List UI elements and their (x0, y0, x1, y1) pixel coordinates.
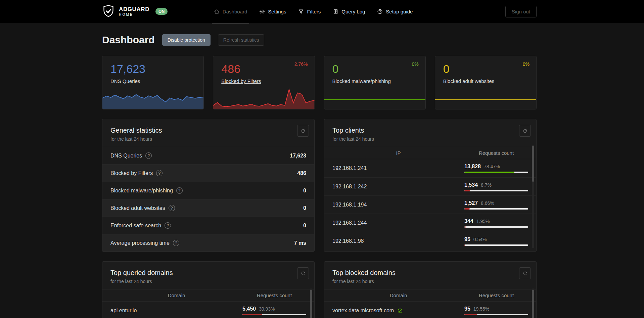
top-queried-refresh-button[interactable] (297, 267, 309, 279)
requests-bar-fill (464, 226, 466, 228)
help-icon[interactable]: ? (165, 222, 171, 229)
help-icon[interactable]: ? (156, 170, 163, 176)
top-queried-title: Top queried domains (110, 269, 306, 277)
nav-label-setup-guide: Setup guide (386, 9, 413, 14)
client-ip: 192.168.1.98 (332, 238, 464, 244)
requests-bar (464, 226, 528, 228)
stat-row-label: Average processing time (110, 240, 170, 246)
brand-name: ADGUARD (119, 6, 149, 12)
top-clients-header: Top clients for the last 24 hours (324, 119, 536, 147)
disable-protection-button[interactable]: Disable protection (162, 34, 211, 46)
dns-queries-value: 17,623 (110, 63, 195, 75)
scrollbar-thumb[interactable] (532, 290, 534, 318)
client-percent: 1.95% (476, 219, 490, 224)
blocked-adult-card: 0% 0 Blocked adult websites (435, 56, 537, 109)
nav-item-filters[interactable]: Filters (298, 0, 321, 23)
refresh-icon (301, 271, 306, 276)
blocked-by-filters-value: 486 (221, 63, 306, 75)
general-statistics-header: General statistics for the last 24 hours (102, 119, 314, 147)
refresh-icon (301, 128, 306, 134)
dns-queries-label: DNS Queries (110, 78, 140, 84)
refresh-icon (522, 128, 528, 134)
top-blocked-refresh-button[interactable] (519, 267, 531, 279)
requests-bar-fill (464, 190, 470, 191)
blocked-malware-card: 0% 0 Blocked malware/phishing (324, 56, 426, 109)
domain-percent: 30.93% (259, 306, 275, 312)
stat-row-value: 0 (303, 188, 306, 194)
setup-guide-help-icon (377, 9, 383, 14)
client-percent: 8.66% (481, 200, 494, 206)
nav-item-setup-guide[interactable]: Setup guide (377, 0, 413, 23)
client-ip: 192.168.1.194 (332, 202, 464, 208)
client-row: 192.168.1.242 1,534 8.7% (324, 177, 536, 195)
requests-bar (464, 172, 528, 173)
stat-cards-row: 17,623 DNS Queries 2.76% 486 Blocked by … (102, 56, 537, 109)
settings-gear-icon (259, 9, 265, 14)
scrollbar-thumb[interactable] (310, 290, 312, 318)
help-icon[interactable]: ? (169, 205, 175, 211)
nav-label-settings: Settings (268, 9, 286, 14)
help-icon[interactable]: ? (173, 240, 179, 246)
client-requests: 1,534 8.7% (464, 182, 528, 191)
column-header-requests-count: Requests count (464, 292, 528, 298)
scrollbar-thumb[interactable] (532, 146, 534, 182)
blocked-adult-sparkline (435, 90, 536, 109)
requests-bar (464, 244, 528, 246)
client-requests: 1,527 8.66% (464, 200, 528, 210)
stat-row-value: 0 (303, 223, 306, 229)
domain-row: api.entur.io 5,450 30.93% (102, 302, 314, 318)
adguard-shield-icon (102, 4, 115, 19)
client-count: 344 (464, 218, 473, 224)
general-statistics-refresh-button[interactable] (297, 125, 309, 137)
stat-row-label: Blocked malware/phishing (110, 188, 173, 194)
top-clients-title: Top clients (332, 127, 528, 134)
client-requests: 13,828 78.47% (464, 164, 528, 173)
general-statistics-card: General statistics for the last 24 hours… (102, 119, 315, 252)
nav-item-settings[interactable]: Settings (259, 0, 286, 23)
refresh-statistics-button[interactable]: Refresh statistics (218, 34, 265, 46)
domain-row: vortex.data.microsoft.com 95 19.55% (324, 302, 536, 318)
nav-item-query-log[interactable]: Query Log (333, 0, 365, 23)
nav-item-dashboard[interactable]: Dashboard (214, 0, 247, 23)
top-clients-subtitle: for the last 24 hours (332, 136, 528, 142)
domain-count: 95 (464, 306, 470, 312)
blocked-domain-icon (397, 308, 403, 314)
top-clients-card: Top clients for the last 24 hours IP Req… (324, 119, 537, 252)
blocked-domain: vortex.data.microsoft.com (332, 308, 394, 314)
blocked-adult-value: 0 (443, 63, 528, 75)
sign-out-button[interactable]: Sign out (505, 6, 537, 17)
requests-bar (464, 208, 528, 210)
page-title: Dashboard (102, 34, 155, 46)
client-row: 192.168.1.244 344 1.95% (324, 214, 536, 232)
stat-row-value: 17,623 (290, 153, 306, 159)
general-stats-row: Blocked adult websites ? 0 (102, 199, 314, 217)
blocked-by-filters-sparkline (213, 88, 314, 109)
client-percent: 78.47% (484, 164, 500, 169)
requests-bar (464, 190, 528, 191)
top-queried-header: Top queried domains for the last 24 hour… (102, 262, 314, 289)
help-icon[interactable]: ? (176, 187, 183, 194)
protection-status-badge: ON (155, 8, 168, 15)
top-blocked-table-header: Domain Requests count (324, 289, 536, 302)
middle-cards-row: General statistics for the last 24 hours… (102, 119, 537, 252)
nav-label-query-log: Query Log (341, 9, 365, 14)
stat-row-label: DNS Queries (110, 153, 142, 159)
client-requests: 95 0.54% (464, 236, 528, 246)
general-stats-row: Average processing time ? 7 ms (102, 234, 314, 252)
dashboard-page: Dashboard Disable protection Refresh sta… (102, 23, 537, 318)
top-navbar: ADGUARD HOME ON Dashboard Settings Filte… (0, 0, 644, 23)
domain-requests: 95 19.55% (464, 306, 528, 315)
client-count: 1,534 (464, 182, 478, 188)
requests-bar-fill (464, 244, 465, 246)
brand-text: ADGUARD HOME (119, 6, 149, 16)
blocked-by-filters-link[interactable]: Blocked by Filters (221, 78, 261, 84)
dashboard-icon (214, 9, 220, 14)
client-count: 13,828 (464, 164, 481, 170)
top-clients-refresh-button[interactable] (519, 125, 531, 137)
general-stats-row: DNS Queries ? 17,623 (102, 147, 314, 164)
adguard-home-logo[interactable]: ADGUARD HOME ON (102, 4, 168, 19)
blocked-by-filters-percent: 2.76% (294, 61, 308, 67)
column-header-requests-count: Requests count (464, 150, 528, 156)
general-statistics-table: DNS Queries ? 17,623 Blocked by Filters … (102, 147, 314, 252)
help-icon[interactable]: ? (145, 152, 152, 159)
